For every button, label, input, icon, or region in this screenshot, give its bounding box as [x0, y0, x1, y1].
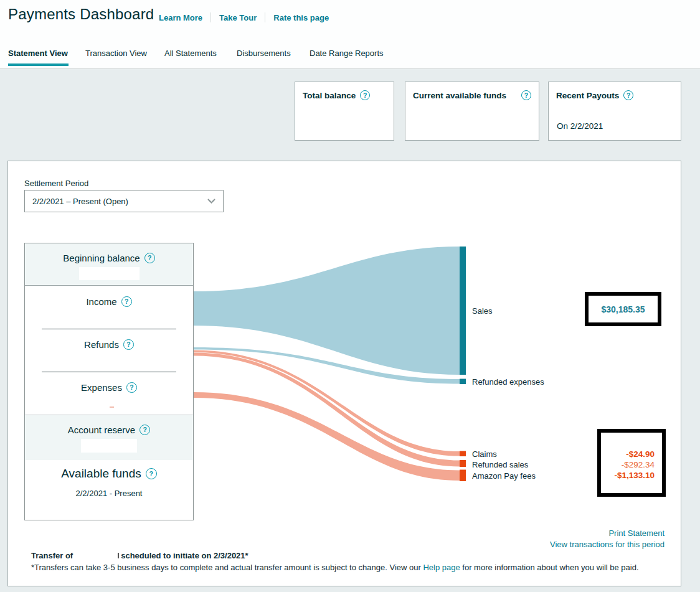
active-tab-underline [8, 63, 69, 66]
refunded-expenses-label: Refunded expenses [472, 377, 544, 387]
redacted-value [81, 439, 137, 453]
settlement-period-select[interactable]: 2/2/2021 – Present (Open) [24, 190, 224, 212]
help-icon[interactable]: ? [623, 90, 633, 100]
sales-label: Sales [472, 306, 493, 316]
card-title: Recent Payouts [556, 91, 619, 100]
beginning-balance-label: Beginning balance [63, 253, 140, 263]
negative-amounts-box: -$24.90 -$292.34 -$1,133.10 [597, 429, 666, 497]
node-amazon-pay-fees [460, 470, 466, 482]
header-links: Learn More Take Tour Rate this page [159, 12, 329, 22]
flow-refunds-to-refunded-sales [194, 353, 460, 467]
tab-transaction-view[interactable]: Transaction View [85, 49, 147, 58]
amazon-pay-fees-amount: -$1,133.10 [601, 470, 655, 481]
sales-amount: $30,185.35 [601, 304, 645, 314]
flow-refunds-to-claims [194, 350, 460, 456]
tab-statement-view[interactable]: Statement View [8, 49, 68, 58]
divider [210, 12, 211, 22]
recent-payouts-card: Recent Payouts ? On 2/2/2021 [548, 82, 681, 141]
help-icon[interactable]: ? [521, 90, 531, 100]
available-funds-period: 2/2/2021 - Present [25, 489, 193, 498]
page-title: Payments Dashboard [8, 6, 154, 23]
help-icon[interactable]: ? [360, 90, 370, 100]
tab-disbursements[interactable]: Disbursements [237, 49, 291, 58]
transfer-notice: Transfer ofscheduled to initiate on 2/3/… [31, 551, 248, 560]
footnote-text: for more information about when you will… [460, 563, 639, 572]
view-transactions-link[interactable]: View transactions for this period [550, 540, 665, 549]
card-title: Total balance [303, 91, 356, 100]
total-balance-card: Total balance ? [295, 82, 394, 141]
tab-date-range-reports[interactable]: Date Range Reports [310, 49, 384, 58]
expenses-row: Expenses ? [25, 372, 193, 415]
sales-amount-box: $30,185.35 [585, 292, 661, 326]
settlement-period-value: 2/2/2021 – Present (Open) [32, 197, 128, 206]
help-icon[interactable]: ? [121, 296, 132, 307]
tab-all-statements[interactable]: All Statements [164, 49, 217, 58]
help-page-link[interactable]: Help page [423, 563, 460, 572]
current-available-funds-card: Current available funds ? [405, 82, 539, 141]
claims-label: Claims [472, 449, 497, 459]
refunded-sales-label: Refunded sales [472, 460, 528, 469]
take-tour-link[interactable]: Take Tour [219, 13, 257, 22]
statement-panel: Settlement Period 2/2/2021 – Present (Op… [7, 161, 681, 586]
help-icon[interactable]: ? [144, 253, 155, 263]
learn-more-link[interactable]: Learn More [159, 13, 202, 22]
settlement-period-label: Settlement Period [24, 179, 88, 188]
footnote-text: *Transfers can take 3-5 business days to… [31, 563, 423, 572]
claims-amount: -$24.90 [601, 449, 655, 459]
help-icon[interactable]: ? [123, 339, 134, 350]
available-funds-label: Available funds [61, 467, 141, 481]
print-statement-link[interactable]: Print Statement [608, 529, 665, 538]
income-row: Income ? [25, 286, 193, 329]
rate-this-page-link[interactable]: Rate this page [273, 13, 329, 22]
help-icon[interactable]: ? [140, 425, 150, 435]
beginning-balance-row: Beginning balance ? [25, 243, 193, 286]
expenses-label: Expenses [81, 382, 122, 393]
page-header: Payments Dashboard Learn More Take Tour … [0, 0, 700, 69]
statement-summary: Beginning balance ? Income ? Refunds ? [24, 243, 194, 520]
node-refunded-sales [460, 460, 466, 467]
node-claims [460, 451, 466, 457]
amazon-pay-fees-label: Amazon Pay fees [472, 471, 536, 481]
help-icon[interactable]: ? [146, 468, 157, 479]
card-title: Current available funds [413, 91, 506, 100]
node-sales [460, 247, 466, 375]
node-refunded-expenses [460, 379, 466, 385]
flow-refunds-to-refunded-expenses [194, 347, 460, 384]
account-reserve-label: Account reserve [68, 425, 135, 435]
tab-bar: Statement View Transaction View All Stat… [0, 44, 700, 69]
help-icon[interactable]: ? [126, 382, 137, 393]
redacted-value [79, 267, 140, 280]
content-area: Total balance ? Current available funds … [0, 69, 700, 592]
flow-income-to-sales [194, 247, 460, 375]
transfer-suffix: scheduled to initiate on 2/3/2021* [121, 551, 248, 560]
recent-payout-date: On 2/2/2021 [557, 121, 603, 131]
refunds-label: Refunds [84, 339, 119, 350]
transfer-footnote: *Transfers can take 3-5 business days to… [31, 563, 639, 572]
chevron-down-icon [207, 199, 215, 204]
divider [265, 12, 265, 22]
income-label: Income [86, 296, 116, 307]
redacted-value [110, 406, 114, 408]
flow-expenses-to-amazon-pay-fees [194, 392, 460, 481]
transfer-prefix: Transfer of [31, 551, 73, 560]
redacted-value [118, 553, 119, 558]
refunds-row: Refunds ? [25, 329, 193, 372]
refunded-sales-amount: -$292.34 [601, 459, 655, 470]
account-reserve-row: Account reserve ? [25, 415, 193, 460]
available-funds-row: Available funds ? 2/2/2021 - Present [25, 460, 193, 520]
